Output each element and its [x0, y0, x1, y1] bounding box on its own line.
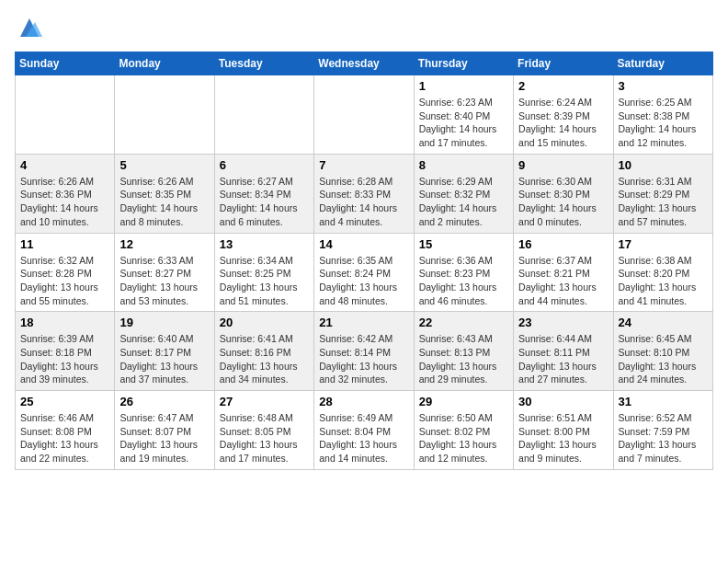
day-number: 21 [319, 316, 408, 329]
day-info: Sunrise: 6:37 AMSunset: 8:21 PMDaylight:… [518, 254, 608, 308]
day-info: Sunrise: 6:52 AMSunset: 7:59 PMDaylight:… [619, 411, 708, 465]
calendar-day-cell: 20Sunrise: 6:41 AMSunset: 8:16 PMDayligh… [214, 312, 313, 391]
day-of-week-header: Monday [115, 52, 214, 75]
calendar-day-cell: 17Sunrise: 6:38 AMSunset: 8:20 PMDayligh… [613, 233, 712, 312]
day-number: 9 [518, 158, 608, 172]
calendar-day-cell: 24Sunrise: 6:45 AMSunset: 8:10 PMDayligh… [613, 312, 712, 391]
day-number: 17 [619, 237, 708, 251]
day-of-week-header: Saturday [613, 52, 712, 75]
day-number: 28 [319, 395, 408, 408]
day-info: Sunrise: 6:43 AMSunset: 8:13 PMDaylight:… [419, 332, 508, 386]
day-of-week-header: Sunday [16, 52, 115, 75]
day-info: Sunrise: 6:49 AMSunset: 8:04 PMDaylight:… [319, 411, 408, 465]
calendar-day-cell: 3Sunrise: 6:25 AMSunset: 8:38 PMDaylight… [613, 75, 712, 155]
empty-cell [214, 75, 313, 155]
day-info: Sunrise: 6:33 AMSunset: 8:27 PMDaylight:… [119, 254, 209, 308]
day-info: Sunrise: 6:26 AMSunset: 8:35 PMDaylight:… [119, 175, 209, 229]
day-of-week-header: Thursday [414, 52, 513, 75]
day-info: Sunrise: 6:31 AMSunset: 8:29 PMDaylight:… [619, 175, 708, 229]
day-of-week-header: Friday [514, 52, 613, 75]
day-number: 29 [419, 395, 508, 408]
day-number: 25 [20, 395, 109, 408]
day-number: 20 [220, 316, 309, 329]
day-number: 1 [419, 79, 508, 93]
day-number: 4 [20, 158, 109, 172]
day-number: 23 [518, 316, 608, 329]
calendar-day-cell: 27Sunrise: 6:48 AMSunset: 8:05 PMDayligh… [214, 391, 313, 470]
calendar-day-cell: 6Sunrise: 6:27 AMSunset: 8:34 PMDaylight… [214, 154, 313, 233]
day-number: 30 [518, 395, 608, 408]
day-info: Sunrise: 6:25 AMSunset: 8:38 PMDaylight:… [619, 96, 708, 150]
calendar-table: SundayMondayTuesdayWednesdayThursdayFrid… [15, 52, 713, 470]
day-number: 18 [20, 316, 109, 329]
day-info: Sunrise: 6:44 AMSunset: 8:11 PMDaylight:… [518, 332, 608, 386]
day-info: Sunrise: 6:29 AMSunset: 8:32 PMDaylight:… [419, 175, 508, 229]
day-number: 24 [619, 316, 708, 329]
day-number: 13 [220, 237, 309, 251]
calendar-day-cell: 22Sunrise: 6:43 AMSunset: 8:13 PMDayligh… [414, 312, 513, 391]
day-number: 7 [319, 158, 408, 172]
calendar-day-cell: 28Sunrise: 6:49 AMSunset: 8:04 PMDayligh… [314, 391, 414, 470]
day-info: Sunrise: 6:41 AMSunset: 8:16 PMDaylight:… [220, 332, 309, 386]
calendar-day-cell: 13Sunrise: 6:34 AMSunset: 8:25 PMDayligh… [214, 233, 313, 312]
day-number: 22 [419, 316, 508, 329]
calendar-day-cell: 7Sunrise: 6:28 AMSunset: 8:33 PMDaylight… [314, 154, 414, 233]
day-number: 14 [319, 237, 408, 251]
calendar-day-cell: 1Sunrise: 6:23 AMSunset: 8:40 PMDaylight… [414, 75, 513, 155]
calendar-day-cell: 16Sunrise: 6:37 AMSunset: 8:21 PMDayligh… [514, 233, 613, 312]
empty-cell [16, 75, 115, 155]
calendar-day-cell: 14Sunrise: 6:35 AMSunset: 8:24 PMDayligh… [314, 233, 414, 312]
day-info: Sunrise: 6:35 AMSunset: 8:24 PMDaylight:… [319, 254, 408, 308]
calendar-day-cell: 12Sunrise: 6:33 AMSunset: 8:27 PMDayligh… [115, 233, 214, 312]
day-number: 2 [518, 79, 608, 93]
day-info: Sunrise: 6:50 AMSunset: 8:02 PMDaylight:… [419, 411, 508, 465]
day-info: Sunrise: 6:34 AMSunset: 8:25 PMDaylight:… [220, 254, 309, 308]
day-number: 5 [119, 158, 209, 172]
calendar-day-cell: 19Sunrise: 6:40 AMSunset: 8:17 PMDayligh… [115, 312, 214, 391]
day-number: 8 [419, 158, 508, 172]
day-info: Sunrise: 6:23 AMSunset: 8:40 PMDaylight:… [419, 96, 508, 150]
calendar-day-cell: 11Sunrise: 6:32 AMSunset: 8:28 PMDayligh… [16, 233, 115, 312]
calendar-day-cell: 26Sunrise: 6:47 AMSunset: 8:07 PMDayligh… [115, 391, 214, 470]
page-header [15, 15, 713, 40]
day-info: Sunrise: 6:45 AMSunset: 8:10 PMDaylight:… [619, 332, 708, 386]
day-info: Sunrise: 6:36 AMSunset: 8:23 PMDaylight:… [419, 254, 508, 308]
day-info: Sunrise: 6:48 AMSunset: 8:05 PMDaylight:… [220, 411, 309, 465]
calendar-day-cell: 29Sunrise: 6:50 AMSunset: 8:02 PMDayligh… [414, 391, 513, 470]
calendar-day-cell: 2Sunrise: 6:24 AMSunset: 8:39 PMDaylight… [514, 75, 613, 155]
calendar-day-cell: 30Sunrise: 6:51 AMSunset: 8:00 PMDayligh… [514, 391, 613, 470]
day-number: 3 [619, 79, 708, 93]
day-info: Sunrise: 6:30 AMSunset: 8:30 PMDaylight:… [518, 175, 608, 229]
day-info: Sunrise: 6:27 AMSunset: 8:34 PMDaylight:… [220, 175, 309, 229]
day-info: Sunrise: 6:38 AMSunset: 8:20 PMDaylight:… [619, 254, 708, 308]
day-number: 27 [220, 395, 309, 408]
day-number: 19 [119, 316, 209, 329]
day-number: 15 [419, 237, 508, 251]
calendar-day-cell: 23Sunrise: 6:44 AMSunset: 8:11 PMDayligh… [514, 312, 613, 391]
day-number: 12 [119, 237, 209, 251]
calendar-day-cell: 15Sunrise: 6:36 AMSunset: 8:23 PMDayligh… [414, 233, 513, 312]
calendar-day-cell: 9Sunrise: 6:30 AMSunset: 8:30 PMDaylight… [514, 154, 613, 233]
day-of-week-header: Tuesday [214, 52, 313, 75]
day-number: 11 [20, 237, 109, 251]
calendar-day-cell: 5Sunrise: 6:26 AMSunset: 8:35 PMDaylight… [115, 154, 214, 233]
day-info: Sunrise: 6:51 AMSunset: 8:00 PMDaylight:… [518, 411, 608, 465]
calendar-day-cell: 10Sunrise: 6:31 AMSunset: 8:29 PMDayligh… [613, 154, 712, 233]
day-info: Sunrise: 6:40 AMSunset: 8:17 PMDaylight:… [119, 332, 209, 386]
calendar-day-cell: 18Sunrise: 6:39 AMSunset: 8:18 PMDayligh… [16, 312, 115, 391]
day-number: 26 [119, 395, 209, 408]
day-info: Sunrise: 6:47 AMSunset: 8:07 PMDaylight:… [119, 411, 209, 465]
calendar-day-cell: 4Sunrise: 6:26 AMSunset: 8:36 PMDaylight… [16, 154, 115, 233]
day-number: 31 [619, 395, 708, 408]
logo-icon [17, 15, 42, 40]
calendar-day-cell: 8Sunrise: 6:29 AMSunset: 8:32 PMDaylight… [414, 154, 513, 233]
day-info: Sunrise: 6:26 AMSunset: 8:36 PMDaylight:… [20, 175, 109, 229]
day-info: Sunrise: 6:24 AMSunset: 8:39 PMDaylight:… [518, 96, 608, 150]
day-of-week-header: Wednesday [314, 52, 414, 75]
logo [15, 15, 42, 40]
empty-cell [314, 75, 414, 155]
calendar-day-cell: 21Sunrise: 6:42 AMSunset: 8:14 PMDayligh… [314, 312, 414, 391]
day-number: 6 [220, 158, 309, 172]
day-number: 10 [619, 158, 708, 172]
day-info: Sunrise: 6:42 AMSunset: 8:14 PMDaylight:… [319, 332, 408, 386]
